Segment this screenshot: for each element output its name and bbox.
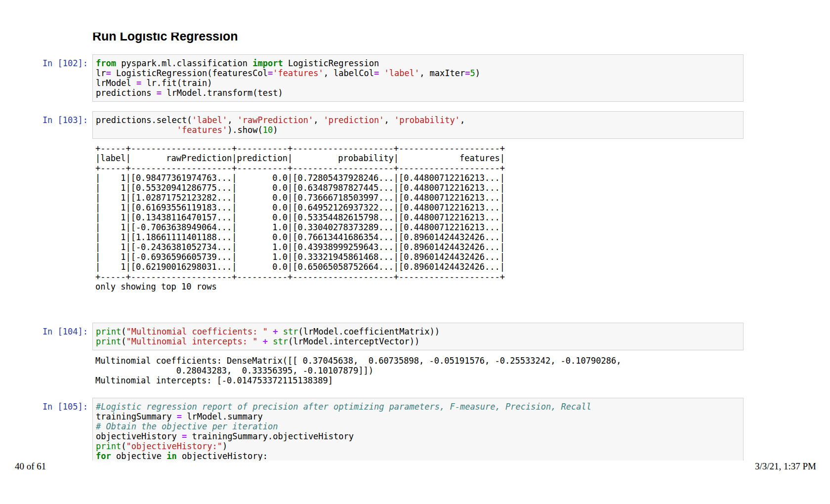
notebook-page: Run Logistic Regression In [102]:from py… xyxy=(0,0,830,504)
code-token: 'features' xyxy=(177,125,227,135)
code-token: in xyxy=(166,451,176,461)
code-token: objective xyxy=(111,451,167,461)
code-token: from xyxy=(96,58,116,68)
code-token: lrModel.summary xyxy=(182,412,263,421)
code-token: lrModel.transform(test) xyxy=(162,88,283,98)
code-token: trainingSummary xyxy=(96,412,177,421)
code-token: "Multinomial coefficients: " xyxy=(126,327,268,336)
print-timestamp: 3/3/21, 1:37 PM xyxy=(755,461,816,472)
code-token: # Obtain the objective per iteration xyxy=(96,421,278,431)
code-token: (lrModel.coefficientMatrix)) xyxy=(298,327,440,336)
code-token: ( xyxy=(121,441,126,451)
code-token xyxy=(278,327,283,336)
code-token: pyspark.ml.classification xyxy=(116,58,252,68)
code-token: print xyxy=(96,441,121,451)
code-token: , maxIter xyxy=(419,68,465,78)
code-token: predictions.select( xyxy=(96,115,192,125)
code-cell: In [103]:predictions.select('label', 'ra… xyxy=(0,111,830,139)
code-token: , xyxy=(384,115,394,125)
code-token: = xyxy=(157,88,162,98)
code-token: , xyxy=(313,115,323,125)
code-token: = xyxy=(177,412,182,421)
code-token: , labelCol xyxy=(324,68,374,78)
code-token: 'label' xyxy=(384,68,419,78)
code-token: + xyxy=(263,336,268,346)
code-token: 'label' xyxy=(192,115,227,125)
code-token: trainingSummary.objectiveHistory xyxy=(187,431,354,441)
code-token: for xyxy=(96,451,111,461)
code-token: #Logistic regression report of precision… xyxy=(96,402,591,412)
code-token: str xyxy=(283,327,298,336)
code-token xyxy=(96,125,177,135)
section-heading: Run Logistic Regression xyxy=(92,33,369,43)
code-token: LogisticRegression(featuresCol xyxy=(111,68,268,78)
code-token: "Multinomial intercepts: " xyxy=(126,336,257,346)
code-token: ) xyxy=(222,441,227,451)
code-input: from pyspark.ml.classification import Lo… xyxy=(92,54,744,102)
output-text: Multinomial coefficients: DenseMatrix([[… xyxy=(95,356,830,385)
input-prompt: In [102]: xyxy=(0,58,88,68)
code-token: = xyxy=(465,68,470,78)
code-token: 'probability' xyxy=(394,115,460,125)
code-token: (lrModel.interceptVector)) xyxy=(288,336,419,346)
code-token: ( xyxy=(121,327,126,336)
code-input: #Logistic regression report of precision… xyxy=(92,398,744,461)
code-token: = xyxy=(268,68,273,78)
code-token: 5 xyxy=(470,68,475,78)
code-token: predictions xyxy=(96,88,157,98)
code-token xyxy=(258,336,263,346)
code-token: ) xyxy=(273,125,278,135)
code-token xyxy=(268,336,273,346)
code-token: , xyxy=(227,115,237,125)
code-token: 10 xyxy=(263,125,273,135)
code-token: ).show( xyxy=(227,125,263,135)
output-area: +-----+--------------------+----------+-… xyxy=(0,143,830,292)
code-token: 'rawPrediction' xyxy=(238,115,314,125)
code-token: str xyxy=(273,336,288,346)
code-cell: In [105]:#Logistic regression report of … xyxy=(0,398,830,461)
input-prompt: In [105]: xyxy=(0,402,88,412)
code-token: LogisticRegression xyxy=(283,58,379,68)
code-token: print xyxy=(96,327,121,336)
code-token: print xyxy=(96,336,121,346)
code-token: = xyxy=(374,68,379,78)
code-token: 'features' xyxy=(273,68,323,78)
code-token: import xyxy=(252,58,283,68)
input-prompt: In [104]: xyxy=(0,327,88,336)
code-token: ( xyxy=(121,336,126,346)
code-token: "objectiveHistory:" xyxy=(126,441,222,451)
input-prompt: In [103]: xyxy=(0,115,88,125)
code-token xyxy=(268,327,273,336)
code-token: = xyxy=(182,431,187,441)
code-token: ) xyxy=(475,68,480,78)
code-token: objectiveHistory xyxy=(96,431,182,441)
page-number: 40 of 61 xyxy=(15,461,46,472)
code-cell: In [104]:print("Multinomial coefficients… xyxy=(0,323,830,350)
output-area: Multinomial coefficients: DenseMatrix([[… xyxy=(0,356,830,385)
code-cell: In [102]:from pyspark.ml.classification … xyxy=(0,54,830,102)
code-token xyxy=(379,68,384,78)
code-token: = xyxy=(106,68,111,78)
print-footer: 40 of 61 3/3/21, 1:37 PM xyxy=(0,461,830,473)
code-token: 'prediction' xyxy=(324,115,384,125)
code-input: predictions.select('label', 'rawPredicti… xyxy=(92,111,744,139)
code-token: = xyxy=(136,78,141,88)
code-token: lr.fit(train) xyxy=(141,78,212,88)
code-token: lr xyxy=(96,68,106,78)
code-token: objectiveHistory: xyxy=(177,451,268,461)
code-token: , xyxy=(460,115,465,125)
code-token: + xyxy=(273,327,278,336)
code-input: print("Multinomial coefficients: " + str… xyxy=(92,323,744,350)
section-heading-clipped: Run Logistic Regression xyxy=(92,33,369,47)
output-text: +-----+--------------------+----------+-… xyxy=(95,143,830,292)
code-token: lrModel xyxy=(96,78,136,88)
